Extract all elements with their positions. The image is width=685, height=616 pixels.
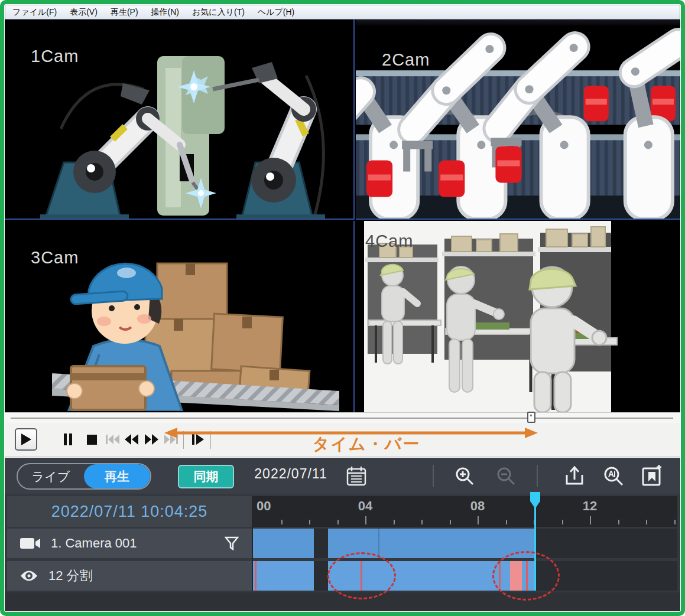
recording-segment[interactable] <box>253 529 314 558</box>
seek-bar[interactable] <box>5 412 680 423</box>
live-button[interactable]: ライブ <box>18 464 84 488</box>
stop-button[interactable] <box>83 429 100 449</box>
zoom-out-icon[interactable] <box>494 464 518 488</box>
panel-header: ライブ 再生 同期 2022/07/11 <box>5 458 680 494</box>
ruler-tick <box>590 516 591 524</box>
timeline-track-12-split[interactable] <box>253 561 677 591</box>
sync-button[interactable]: 同期 <box>178 465 234 488</box>
track-label-12-split[interactable]: 12 分割 <box>7 561 252 591</box>
divider <box>433 465 434 487</box>
alert-annotation-ellipse <box>327 552 396 599</box>
menu-item[interactable]: 操作(N) <box>151 7 179 18</box>
ruler-tick <box>421 520 423 524</box>
ruler-tick <box>478 516 479 524</box>
camera-tile-3[interactable]: 3Cam <box>5 221 355 412</box>
filter-funnel-icon[interactable] <box>225 536 239 550</box>
assembly-line-scene <box>356 19 680 219</box>
current-timestamp: 2022/07/11 10:04:25 <box>7 496 252 527</box>
camera-label-2: 2Cam <box>382 50 430 70</box>
calendar-icon[interactable] <box>345 464 368 488</box>
ruler-tick <box>394 520 395 524</box>
fast-forward-button[interactable] <box>142 429 160 449</box>
ruler-label: 00 <box>257 498 271 514</box>
playback-button[interactable]: 再生 <box>84 464 150 488</box>
ruler-tick <box>646 520 647 524</box>
ruler-tick <box>618 520 619 524</box>
segment-divider <box>378 529 379 558</box>
ruler-tick <box>337 520 339 524</box>
menu-item[interactable]: 表示(V) <box>70 7 98 18</box>
track-label-text: 12 分割 <box>48 567 93 585</box>
play-button[interactable] <box>15 428 37 451</box>
video-grid: 1Cam <box>5 19 680 412</box>
timeline-ruler[interactable]: 00040812 <box>253 496 677 527</box>
ruler-tick <box>562 520 563 524</box>
live-playback-toggle: ライブ 再生 <box>17 463 151 490</box>
camera-label-1: 1Cam <box>31 47 79 66</box>
camera-label-3: 3Cam <box>31 248 79 268</box>
bookmark-add-icon[interactable] <box>641 464 664 488</box>
zoom-in-icon[interactable] <box>453 464 476 488</box>
timebar-annotation-label: タイム・バー <box>298 433 434 455</box>
camera-tile-1[interactable]: 1Cam <box>5 19 355 220</box>
camera-tile-4[interactable]: 4Cam <box>356 221 680 412</box>
ruler-tick <box>674 520 676 524</box>
camera-osd-strip <box>356 19 680 25</box>
alert-annotation-ellipse <box>492 551 560 601</box>
menu-bar: ファイル(F)表示(V)再生(P)操作(N)お気に入り(T)ヘルプ(H) <box>5 5 680 19</box>
skip-start-button[interactable] <box>104 429 122 449</box>
pause-button[interactable] <box>59 429 77 449</box>
video-camera-icon <box>20 537 40 550</box>
menu-item[interactable]: 再生(P) <box>111 7 138 18</box>
ruler-tick <box>450 520 451 524</box>
track-label-camera-001[interactable]: 1. Camera 001 <box>7 529 252 558</box>
divider <box>537 465 538 487</box>
ruler-label: 04 <box>358 498 372 514</box>
seek-thumb[interactable] <box>527 412 535 423</box>
ruler-label: 12 <box>583 498 597 514</box>
ruler-tick <box>281 520 283 524</box>
track-label-text: 1. Camera 001 <box>51 536 137 551</box>
date-label: 2022/07/11 <box>244 466 338 482</box>
ai-search-icon[interactable] <box>602 464 625 488</box>
menu-item[interactable]: ヘルプ(H) <box>258 7 294 18</box>
ruler-tick <box>309 520 310 524</box>
recording-segment[interactable] <box>253 561 314 591</box>
menu-item[interactable]: ファイル(F) <box>12 7 57 18</box>
ruler-tick <box>506 520 507 524</box>
alarm-mark <box>255 561 257 591</box>
app-window: ファイル(F)表示(V)再生(P)操作(N)お気に入り(T)ヘルプ(H) <box>0 0 685 616</box>
ruler-tick <box>365 516 366 524</box>
camera-tile-2[interactable]: 2Cam <box>356 19 680 220</box>
playback-panel: ライブ 再生 同期 2022/07/11 <box>5 458 680 611</box>
rewind-button[interactable] <box>123 429 141 449</box>
camera-label-4: 4Cam <box>365 232 413 251</box>
export-icon[interactable] <box>563 464 586 488</box>
ruler-label: 08 <box>470 498 485 514</box>
seek-track[interactable] <box>11 418 673 419</box>
eye-icon[interactable] <box>20 569 38 582</box>
timeline-track-camera-001[interactable] <box>253 529 677 558</box>
menu-item[interactable]: お気に入り(T) <box>192 7 245 18</box>
